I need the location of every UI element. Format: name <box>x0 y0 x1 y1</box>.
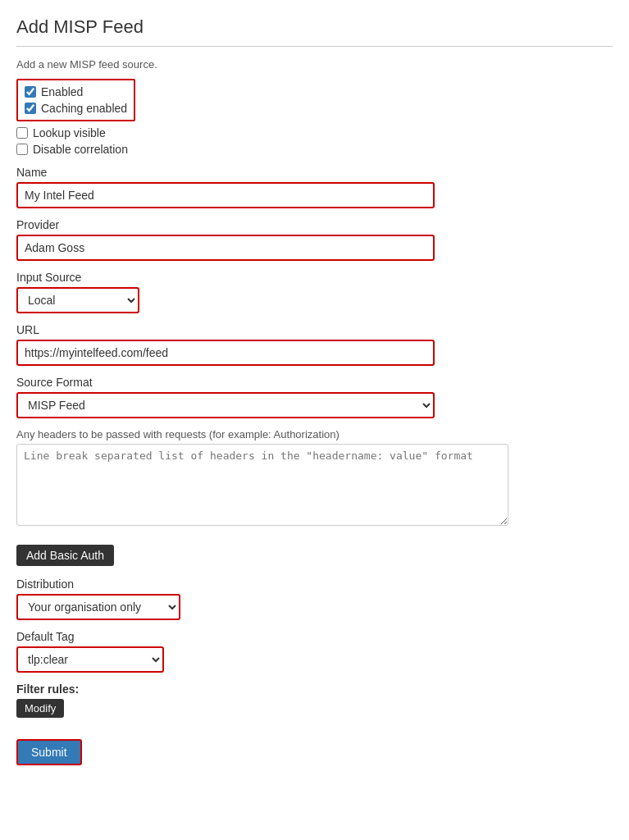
highlighted-checkboxes: Enabled Caching enabled <box>16 79 135 121</box>
input-source-group: Input Source Local Network <box>16 271 613 313</box>
disable-correlation-checkbox[interactable] <box>16 144 28 155</box>
checkbox-enabled[interactable]: Enabled <box>25 85 127 98</box>
provider-group: Provider <box>16 218 613 261</box>
source-format-select[interactable]: MISP Feed FreeTAXII CSV Freetext Import … <box>16 392 435 418</box>
lookup-visible-label: Lookup visible <box>33 126 106 139</box>
name-label: Name <box>16 166 613 179</box>
input-source-select[interactable]: Local Network <box>16 287 139 313</box>
input-source-label: Input Source <box>16 271 613 284</box>
provider-input[interactable] <box>16 235 435 261</box>
source-format-group: Source Format MISP Feed FreeTAXII CSV Fr… <box>16 376 613 418</box>
checkbox-lookup-visible[interactable]: Lookup visible <box>16 126 613 139</box>
headers-group: Any headers to be passed with requests (… <box>16 428 613 528</box>
section-description: Add a new MISP feed source. <box>16 58 613 71</box>
headers-textarea[interactable] <box>16 444 508 526</box>
add-basic-auth-button[interactable]: Add Basic Auth <box>16 545 114 566</box>
lookup-visible-checkbox[interactable] <box>16 127 28 139</box>
name-input[interactable] <box>16 182 435 208</box>
distribution-label: Distribution <box>16 578 613 591</box>
distribution-group: Distribution Your organisation only This… <box>16 578 613 620</box>
default-tag-label: Default Tag <box>16 630 613 643</box>
name-group: Name <box>16 166 613 208</box>
other-checkboxes: Lookup visible Disable correlation <box>16 126 613 156</box>
disable-correlation-label: Disable correlation <box>33 143 128 156</box>
source-format-label: Source Format <box>16 376 613 389</box>
enabled-label: Enabled <box>41 85 83 98</box>
url-label: URL <box>16 323 613 336</box>
caching-enabled-checkbox[interactable] <box>25 103 36 114</box>
distribution-select[interactable]: Your organisation only This community on… <box>16 594 180 620</box>
title-divider <box>16 46 613 47</box>
checkbox-disable-correlation[interactable]: Disable correlation <box>16 143 613 156</box>
enabled-checkbox[interactable] <box>25 86 36 98</box>
filter-rules-label: Filter rules: <box>16 682 613 696</box>
default-tag-group: Default Tag tlp:clear tlp:white tlp:gree… <box>16 630 613 673</box>
page-title: Add MISP Feed <box>16 16 613 38</box>
default-tag-select[interactable]: tlp:clear tlp:white tlp:green tlp:amber … <box>16 646 164 673</box>
modify-button[interactable]: Modify <box>16 699 64 718</box>
checkbox-caching-enabled[interactable]: Caching enabled <box>25 102 127 115</box>
headers-label: Any headers to be passed with requests (… <box>16 428 613 441</box>
submit-group: Submit <box>16 739 613 765</box>
url-input[interactable] <box>16 340 435 366</box>
filter-rules-group: Filter rules: Modify <box>16 682 613 729</box>
submit-button[interactable]: Submit <box>16 739 82 765</box>
url-group: URL <box>16 323 613 366</box>
provider-label: Provider <box>16 218 613 231</box>
caching-enabled-label: Caching enabled <box>41 102 127 115</box>
